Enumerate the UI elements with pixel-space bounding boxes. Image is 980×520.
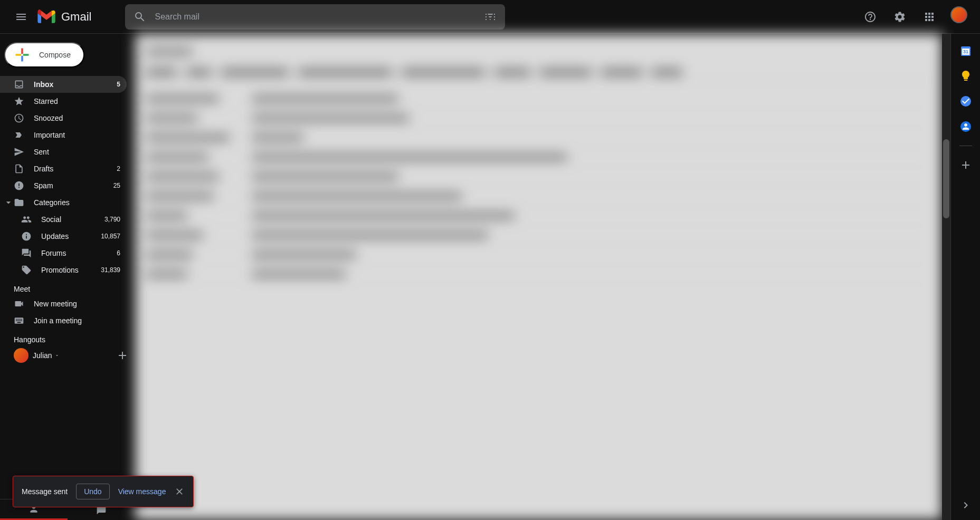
apps-icon[interactable] [917, 4, 942, 30]
video-icon [14, 298, 24, 309]
nav-promotions-count: 31,839 [101, 266, 120, 274]
add-person-icon[interactable] [116, 349, 129, 362]
nav-important[interactable]: Important [0, 127, 127, 143]
nav-starred-label: Starred [34, 97, 120, 105]
scrollbar-thumb[interactable] [943, 139, 949, 218]
contacts-icon[interactable] [959, 120, 972, 133]
nav-social-count: 3,790 [104, 216, 120, 223]
gmail-logo[interactable]: Gmail [36, 6, 91, 27]
updates-icon [21, 231, 32, 242]
meet-header: Meet [0, 278, 135, 295]
search-options-icon[interactable] [484, 11, 497, 23]
nav-inbox-label: Inbox [34, 80, 117, 89]
drafts-icon [14, 163, 24, 174]
chevron-right-icon[interactable] [959, 499, 972, 512]
forums-icon [21, 248, 32, 258]
nav-drafts[interactable]: Drafts 2 [0, 160, 127, 177]
toast-undo-button[interactable]: Undo [76, 484, 109, 499]
sent-icon [14, 147, 24, 157]
chevron-down-icon [3, 197, 14, 208]
main-content [135, 34, 950, 520]
nav-categories[interactable]: Categories [0, 194, 127, 211]
star-icon [14, 96, 24, 107]
snooze-icon [14, 113, 24, 123]
search-bar [125, 4, 505, 30]
gmail-logo-icon [36, 6, 57, 27]
nav-updates-label: Updates [41, 232, 101, 240]
settings-icon[interactable] [887, 4, 912, 30]
search-input[interactable] [146, 12, 484, 22]
toast-message-sent: Message sent Undo View message [13, 476, 194, 507]
nav-spam-count: 25 [113, 182, 120, 189]
main-menu-icon[interactable] [8, 4, 34, 30]
compose-button[interactable]: Compose [4, 42, 84, 68]
nav-forums[interactable]: Forums 6 [0, 245, 127, 262]
compose-plus-icon [14, 46, 31, 63]
search-container [125, 4, 505, 30]
nav-starred[interactable]: Starred [0, 93, 127, 110]
hangouts-user[interactable]: Julian [0, 346, 135, 365]
add-addon-icon[interactable] [959, 159, 972, 171]
sidebar: Compose Inbox 5 Starred Snoozed Importan… [0, 34, 135, 520]
meet-join[interactable]: Join a meeting [0, 312, 135, 329]
user-avatar [14, 348, 28, 363]
close-icon[interactable] [174, 486, 185, 497]
meet-new-label: New meeting [34, 300, 77, 308]
nav-inbox[interactable]: Inbox 5 [0, 76, 127, 93]
nav-sent-label: Sent [34, 148, 120, 156]
user-name-label: Julian [33, 351, 52, 360]
social-icon [21, 214, 32, 225]
nav-social-label: Social [41, 215, 104, 224]
nav-snoozed[interactable]: Snoozed [0, 110, 127, 127]
inbox-icon [14, 79, 24, 90]
header: Gmail [0, 0, 980, 34]
important-icon [14, 130, 24, 140]
nav-snoozed-label: Snoozed [34, 114, 120, 122]
toast-view-button[interactable]: View message [118, 487, 166, 496]
gmail-logo-text: Gmail [61, 10, 91, 24]
nav-drafts-label: Drafts [34, 165, 117, 173]
nav-promotions[interactable]: Promotions 31,839 [0, 262, 127, 278]
search-icon[interactable] [134, 11, 146, 23]
right-panel: 31 [950, 34, 980, 520]
meet-join-label: Join a meeting [34, 316, 82, 325]
categories-icon [14, 197, 24, 208]
nav-list: Inbox 5 Starred Snoozed Important Sent D… [0, 76, 135, 278]
nav-social[interactable]: Social 3,790 [0, 211, 127, 228]
scrollbar[interactable] [942, 34, 950, 520]
toast-message-text: Message sent [22, 487, 68, 496]
spam-icon [14, 180, 24, 191]
tasks-icon[interactable] [959, 95, 972, 108]
divider [959, 146, 972, 146]
nav-updates-count: 10,857 [101, 233, 120, 240]
support-icon[interactable] [858, 4, 883, 30]
calendar-icon[interactable]: 31 [959, 44, 972, 57]
dropdown-arrow-icon [54, 351, 60, 360]
nav-spam-label: Spam [34, 181, 113, 190]
keyboard-icon [14, 315, 24, 326]
account-avatar[interactable] [950, 6, 972, 27]
nav-important-label: Important [34, 131, 120, 139]
nav-forums-count: 6 [117, 249, 120, 257]
nav-forums-label: Forums [41, 249, 117, 257]
header-right [858, 4, 972, 30]
nav-spam[interactable]: Spam 25 [0, 177, 127, 194]
nav-categories-label: Categories [34, 198, 120, 207]
meet-new[interactable]: New meeting [0, 295, 135, 312]
nav-promotions-label: Promotions [41, 266, 101, 274]
promotions-icon [21, 265, 32, 275]
nav-updates[interactable]: Updates 10,857 [0, 228, 127, 245]
compose-button-label: Compose [39, 51, 71, 59]
keep-icon[interactable] [959, 70, 972, 82]
nav-inbox-count: 5 [117, 81, 120, 88]
hangouts-header: Hangouts [0, 329, 135, 346]
svg-text:31: 31 [963, 49, 968, 54]
nav-sent[interactable]: Sent [0, 143, 127, 160]
nav-drafts-count: 2 [117, 165, 120, 172]
